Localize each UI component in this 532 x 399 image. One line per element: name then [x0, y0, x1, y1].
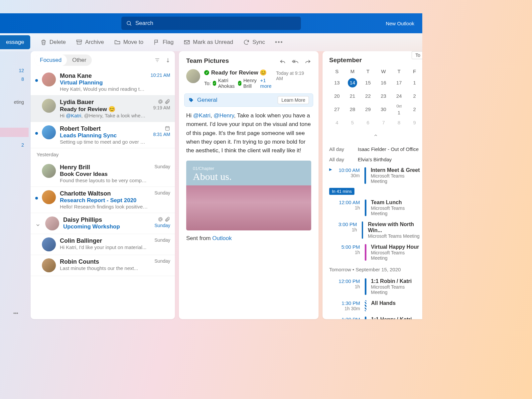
reply-all-icon[interactable]	[292, 58, 299, 64]
calendar-day[interactable]: 22	[360, 91, 376, 101]
calendar-day[interactable]: 5	[345, 118, 360, 127]
calendar-event[interactable]: 3:00 PM1hReview with North Win...Microso…	[329, 219, 422, 241]
outlook-link[interactable]: Outlook	[212, 235, 232, 241]
folder-count: 2	[21, 142, 24, 148]
sync-button[interactable]: Sync	[243, 39, 265, 46]
calendar-day[interactable]: 24	[391, 91, 407, 101]
avatar	[42, 72, 56, 86]
message-item[interactable]: Henry BrillBook Cover IdeasFound these l…	[31, 161, 175, 187]
calendar-day[interactable]: 8	[391, 118, 407, 127]
calendar-event[interactable]: ▶10:00 AM30mIntern Meet & GreetMicrosoft…	[329, 165, 422, 187]
dow-header: S	[329, 68, 345, 74]
message-item[interactable]: Robert TolbertLeads Planning SyncSetting…	[31, 122, 175, 148]
calendar-event[interactable]: 5:00 PM1hVirtual Happy HourMicrosoft Tea…	[329, 241, 422, 263]
calendar-day[interactable]: 14	[348, 78, 357, 87]
time: Sunday	[155, 164, 170, 169]
time: Sunday	[155, 237, 170, 243]
message-subject: Ready for Review 😊	[211, 69, 267, 76]
today-button[interactable]: To	[412, 51, 422, 59]
mention-icon	[158, 99, 163, 104]
tab-other[interactable]: Other	[67, 57, 92, 64]
current-time-icon: ▶	[329, 167, 332, 184]
calendar-day[interactable]: 13	[329, 78, 345, 87]
message-item[interactable]: Charlotte WaltsonResearch Report - Sept …	[31, 187, 175, 213]
svg-rect-2	[166, 127, 169, 130]
search-input[interactable]: Search	[121, 17, 301, 30]
avatar	[42, 237, 56, 251]
calendar-day[interactable]: 20	[329, 91, 345, 101]
time: Sunday	[155, 190, 170, 196]
message-item[interactable]: Robin CountsLast minute thoughts our the…	[31, 255, 175, 276]
calendar-day[interactable]: 29	[360, 105, 376, 114]
flag-button[interactable]: Flag	[153, 39, 174, 46]
reply-icon[interactable]	[279, 58, 286, 64]
calendar-day[interactable]: 2	[407, 91, 422, 101]
calendar-day[interactable]: 15	[360, 78, 376, 87]
new-outlook-toggle[interactable]: New Outlook	[386, 21, 414, 26]
subject: Virtual Planning	[60, 79, 145, 86]
attachment-image[interactable]: 01/Chapter About us.	[186, 161, 311, 230]
calendar-day[interactable]: 21	[345, 91, 360, 101]
reading-pane: Team Pictures ✓Ready for Review 😊 To:✓Ka…	[179, 51, 319, 319]
calendar-day[interactable]: 28	[345, 105, 360, 114]
calendar-day[interactable]: 16	[376, 78, 391, 87]
mention[interactable]: @Katri	[193, 112, 210, 119]
chevron-down-icon[interactable]	[35, 222, 41, 230]
archive-button[interactable]: Archive	[76, 39, 104, 46]
filter-icon[interactable]	[154, 57, 160, 63]
forward-icon[interactable]	[305, 58, 311, 64]
mark-unread-button[interactable]: Mark as Unread	[184, 39, 233, 46]
calendar-day[interactable]: 9	[407, 118, 422, 127]
calendar-day[interactable]: 6	[360, 118, 376, 127]
learn-more-button[interactable]: Learn More	[278, 96, 309, 104]
calendar-day[interactable]: 23	[376, 91, 391, 101]
collapse-icon[interactable]	[329, 131, 422, 141]
message-item[interactable]: Lydia BauerReady for Review 😊Hi @Katri, …	[31, 95, 175, 122]
window-chrome	[0, 0, 422, 13]
new-message-button[interactable]: essage	[0, 35, 30, 49]
tab-focused[interactable]: Focused	[35, 55, 67, 66]
focused-other-toggle[interactable]: Focused Other	[35, 55, 92, 66]
calendar-day[interactable]: 30	[376, 105, 391, 114]
search-placeholder: Search	[135, 20, 153, 27]
calendar-event[interactable]: 1:30 PM1h 30mAll Hands	[329, 298, 422, 314]
category-color-row[interactable]	[0, 128, 29, 137]
avatar	[42, 164, 56, 178]
tag-icon	[189, 97, 194, 103]
sort-icon[interactable]	[165, 57, 171, 63]
calendar-day[interactable]: Oct1	[391, 105, 407, 114]
overflow-menu[interactable]: •••	[275, 39, 283, 46]
mention-icon	[158, 216, 163, 222]
svg-point-3	[160, 218, 162, 220]
nav-overflow[interactable]: •••	[13, 311, 18, 316]
message-item[interactable]: Daisy PhillipsUpcoming WorkshopSunday	[31, 213, 175, 234]
sender: Robin Counts	[60, 258, 149, 265]
calendar-event[interactable]: 12:00 PM1h1:1 Robin / KatriMicrosoft Tea…	[329, 276, 422, 298]
calendar-day[interactable]: 27	[329, 105, 345, 114]
preview: Hi @Katri, @Henry, Take a look when you …	[60, 113, 147, 118]
event-bar	[365, 244, 366, 261]
avatar	[42, 190, 56, 204]
delete-button[interactable]: Delete	[40, 39, 66, 46]
calendar-event[interactable]: 12:00 AM1hTeam LunchMicrosoft Teams Meet…	[329, 197, 422, 219]
calendar-day[interactable]: 1	[407, 78, 422, 87]
calendar-event[interactable]: 1:30 PM1:1 Henry / Katri	[329, 314, 422, 319]
recipient[interactable]: Katri Ahokas	[218, 77, 236, 89]
move-to-button[interactable]: Move to	[114, 39, 143, 46]
calendar-day[interactable]: 7	[376, 118, 391, 127]
avatar	[42, 99, 56, 113]
message-item[interactable]: Colin BallingerHi Katri, I'd like your i…	[31, 234, 175, 255]
more-recipients[interactable]: +1 more	[260, 77, 272, 89]
mention[interactable]: @Henry	[213, 112, 234, 119]
calendar-day[interactable]: 4	[329, 118, 345, 127]
calendar-day[interactable]: 17	[391, 78, 407, 87]
sender: Henry Brill	[60, 164, 149, 171]
allday-event[interactable]: All dayIsaac Fielder - Out of Office	[329, 144, 422, 154]
signature: Sent from Outlook	[186, 235, 311, 242]
recipient[interactable]: Henry Brill	[243, 77, 258, 89]
message-item[interactable]: Mona KaneVirtual PlanningHey Katri, Woul…	[31, 69, 175, 95]
category-chip[interactable]: General Learn More	[184, 93, 313, 107]
calendar-day[interactable]: 2	[407, 105, 422, 114]
search-icon	[126, 20, 132, 26]
allday-event[interactable]: All dayElvia's Birthday	[329, 154, 422, 165]
